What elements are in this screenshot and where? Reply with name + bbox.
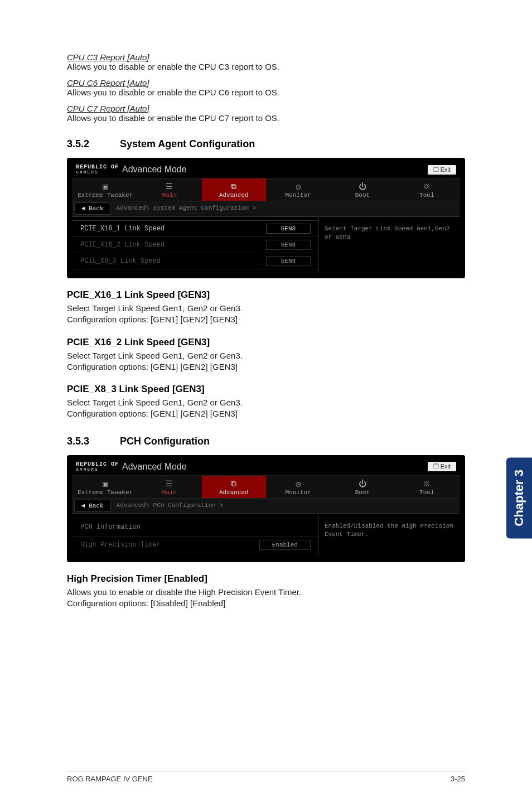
- tab-boot-label: Boot: [355, 192, 370, 199]
- cpu-c7-title: CPU C7 Report [Auto]: [67, 104, 465, 113]
- exit-button[interactable]: ❐ Exit: [428, 462, 456, 471]
- exit-label: Exit: [441, 166, 451, 173]
- advanced-mode-label: Advanced Mode: [122, 462, 428, 472]
- boot-icon: ⏻: [330, 479, 394, 489]
- cpu-c3-desc: Allows you to disable or enable the CPU …: [67, 62, 465, 71]
- advanced-icon: ⧉: [202, 479, 266, 489]
- tab-advanced[interactable]: ⧉Advanced: [202, 178, 266, 201]
- main-icon: ☰: [137, 182, 201, 192]
- setting-pcie-x16-1[interactable]: PCIE_X16_1 Link Speed GEN3: [72, 220, 318, 237]
- tab-boot[interactable]: ⏻Boot: [330, 178, 394, 201]
- rog-logo-line2: GAMERS: [76, 170, 119, 175]
- exit-button[interactable]: ❐ Exit: [428, 165, 456, 175]
- pcie-x16-1-line2: Configuration options: [GEN1] [GEN2] [GE…: [67, 314, 465, 325]
- tab-tool-label: Tool: [419, 489, 434, 496]
- setting-pcie-x16-2[interactable]: PCIE_X16_2 Link Speed GEN3: [72, 237, 318, 253]
- cpu-c6-title: CPU C6 Report [Auto]: [67, 78, 465, 88]
- tab-monitor-label: Monitor: [286, 192, 311, 199]
- tab-tool-label: Tool: [419, 192, 434, 199]
- section-352-title: System Agent Configuration: [120, 138, 255, 149]
- tab-boot-label: Boot: [355, 489, 370, 496]
- back-button[interactable]: ◄ Back: [74, 500, 111, 512]
- rog-logo-line1: REPUBLIC OF: [76, 462, 119, 467]
- pcie-x8-3-heading: PCIE_X8_3 Link Speed [GEN3]: [67, 384, 465, 395]
- tab-monitor-label: Monitor: [286, 489, 311, 496]
- pcie-x16-1-line1: Select Target Link Speed Gen1, Gen2 or G…: [67, 303, 465, 314]
- tab-main[interactable]: ☰Main: [137, 178, 201, 201]
- tab-main-label: Main: [162, 192, 177, 199]
- cpu-c6-desc: Allows you to disable or enable the CPU …: [67, 88, 465, 97]
- pcie-x8-3-line1: Select Target Link Speed Gen1, Gen2 or G…: [67, 397, 465, 408]
- tab-advanced-label: Advanced: [219, 489, 249, 496]
- tab-tool[interactable]: ⛭Tool: [395, 476, 459, 498]
- section-353-title: PCH Configuration: [120, 436, 210, 447]
- back-label: Back: [89, 503, 103, 509]
- setting-label: PCIE_X8_3 Link Speed: [80, 257, 161, 265]
- pcie-x16-2-line1: Select Target Link Speed Gen1, Gen2 or G…: [67, 350, 465, 361]
- setting-label: PCIE_X16_1 Link Speed: [80, 225, 165, 233]
- bios-settings-list: PCIE_X16_1 Link Speed GEN3 PCIE_X16_2 Li…: [72, 217, 318, 273]
- pch-information-link[interactable]: PCH Information: [72, 518, 318, 537]
- tab-monitor[interactable]: ◷Monitor: [266, 178, 330, 201]
- tab-tool[interactable]: ⛭Tool: [395, 178, 459, 201]
- bios-settings-list: PCH Information High Precision Timer Ena…: [72, 514, 318, 557]
- rog-logo-line2: GAMERS: [76, 467, 119, 472]
- chapter-tab: Chapter 3: [506, 457, 532, 538]
- advanced-icon: ⧉: [202, 182, 266, 192]
- tab-tweaker-label: Extreme Tweaker: [78, 192, 133, 199]
- setting-value[interactable]: GEN3: [266, 224, 311, 234]
- setting-value[interactable]: GEN3: [266, 256, 311, 266]
- section-352-num: 3.5.2: [67, 138, 120, 150]
- tool-icon: ⛭: [395, 479, 459, 489]
- footer-left: ROG RAMPAGE IV GENE: [67, 775, 153, 783]
- rog-logo: REPUBLIC OF GAMERS: [76, 165, 119, 175]
- cpu-c7-desc: Allows you to disable or enable the CPU …: [67, 113, 465, 123]
- bios-help-panel: Select Target Link Speed Gen1,Gen2 or Ge…: [318, 217, 460, 273]
- tab-advanced[interactable]: ⧉Advanced: [202, 476, 266, 498]
- hpt-line2: Configuration options: [Disabled] [Enabl…: [67, 598, 465, 609]
- section-353-heading: 3.5.3PCH Configuration: [67, 436, 465, 447]
- rog-logo: REPUBLIC OF GAMERS: [76, 462, 119, 472]
- tab-tweaker-label: Extreme Tweaker: [78, 489, 133, 496]
- breadcrumb: Advanced\ PCH Configuration >: [112, 499, 228, 513]
- cpu-c3-block: CPU C3 Report [Auto] Allows you to disab…: [67, 52, 465, 71]
- monitor-icon: ◷: [266, 479, 330, 489]
- setting-value[interactable]: GEN3: [266, 240, 311, 250]
- cpu-c3-title: CPU C3 Report [Auto]: [67, 52, 465, 62]
- main-icon: ☰: [137, 479, 201, 489]
- boot-icon: ⏻: [330, 182, 394, 192]
- tab-main-label: Main: [162, 489, 177, 496]
- bios-screenshot-pch: REPUBLIC OF GAMERS Advanced Mode ❐ Exit …: [67, 455, 465, 562]
- setting-high-precision-timer[interactable]: High Precision Timer Enabled: [72, 537, 318, 553]
- tweaker-icon: ▣: [73, 182, 137, 192]
- setting-value[interactable]: Enabled: [259, 540, 311, 550]
- setting-label: High Precision Timer: [80, 541, 161, 549]
- exit-label: Exit: [441, 463, 451, 470]
- pcie-x8-3-line2: Configuration options: [GEN1] [GEN2] [GE…: [67, 408, 465, 419]
- tab-main[interactable]: ☰Main: [137, 476, 201, 498]
- bios-help-panel: Enabled/Disabled the High Precision Even…: [318, 514, 460, 557]
- cpu-c7-block: CPU C7 Report [Auto] Allows you to disab…: [67, 104, 465, 123]
- tab-advanced-label: Advanced: [219, 192, 249, 199]
- hpt-line1: Allows you to enable or disable the High…: [67, 587, 465, 598]
- tab-extreme-tweaker[interactable]: ▣Extreme Tweaker: [73, 476, 137, 498]
- tab-monitor[interactable]: ◷Monitor: [266, 476, 330, 498]
- setting-label: PCIE_X16_2 Link Speed: [80, 241, 165, 249]
- section-353-num: 3.5.3: [67, 436, 120, 447]
- pcie-x16-1-heading: PCIE_X16_1 Link Speed [GEN3]: [67, 289, 465, 301]
- advanced-mode-label: Advanced Mode: [122, 165, 428, 175]
- tab-extreme-tweaker[interactable]: ▣Extreme Tweaker: [73, 178, 137, 201]
- setting-pcie-x8-3[interactable]: PCIE_X8_3 Link Speed GEN3: [72, 253, 318, 269]
- monitor-icon: ◷: [266, 182, 330, 192]
- tweaker-icon: ▣: [73, 479, 137, 489]
- section-352-heading: 3.5.2System Agent Configuration: [67, 138, 465, 150]
- pch-info-label: PCH Information: [80, 523, 141, 531]
- tab-boot[interactable]: ⏻Boot: [330, 476, 394, 498]
- tool-icon: ⛭: [395, 182, 459, 192]
- page-footer: ROG RAMPAGE IV GENE 3-25: [67, 771, 465, 783]
- cpu-c6-block: CPU C6 Report [Auto] Allows you to disab…: [67, 78, 465, 97]
- back-button[interactable]: ◄ Back: [74, 202, 111, 215]
- hpt-heading: High Precision Timer [Enabled]: [67, 573, 465, 584]
- pcie-x16-2-line2: Configuration options: [GEN1] [GEN2] [GE…: [67, 361, 465, 373]
- bios-screenshot-system-agent: REPUBLIC OF GAMERS Advanced Mode ❐ Exit …: [67, 158, 465, 278]
